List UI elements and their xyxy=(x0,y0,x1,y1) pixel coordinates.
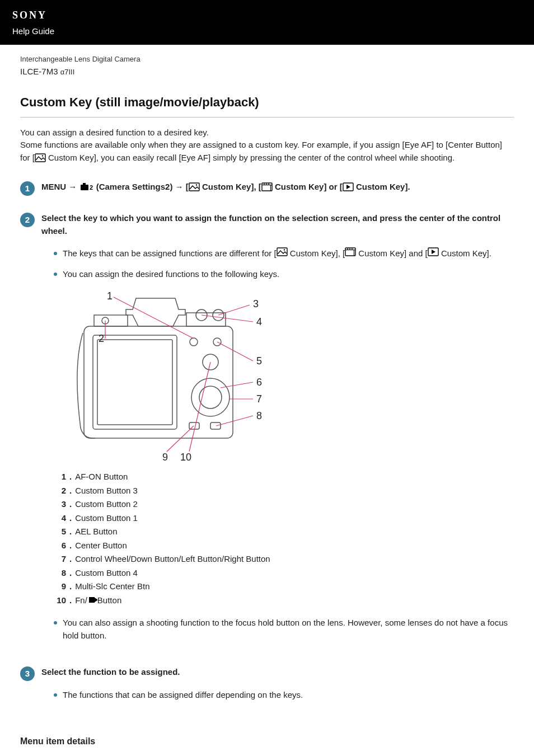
step-1-title: MENU → (Camera Settings2) → [ Custom Key… xyxy=(41,181,514,194)
step-1: 1 MENU → (Camera Settings2) → [ Custom K… xyxy=(20,174,514,205)
key-list: 1.AF-ON Button 2.Custom Button 3 3.Custo… xyxy=(41,471,514,607)
menu-item-details-heading: Menu item details xyxy=(20,735,514,748)
diagram-label-10: 10 xyxy=(180,452,191,462)
camera-diagram: 1 2 3 4 5 6 7 8 9 10 xyxy=(49,288,514,462)
camera-settings2-icon xyxy=(79,182,94,191)
still-image-icon xyxy=(189,182,200,191)
step-3: 3 Select the function to be assigned. Th… xyxy=(20,659,514,718)
key-item: 5.AEL Button xyxy=(51,525,514,538)
svg-rect-22 xyxy=(189,422,199,429)
svg-line-34 xyxy=(216,416,253,426)
key-item: 2.Custom Button 3 xyxy=(51,485,514,497)
step-2-bullet-1: The keys that can be assigned functions … xyxy=(54,247,514,260)
svg-point-18 xyxy=(199,386,222,408)
key-item: 4.Custom Button 1 xyxy=(51,512,514,525)
content-container: Interchangeable Lens Digital Camera ILCE… xyxy=(0,45,534,757)
movie-icon xyxy=(261,182,273,191)
step-2-bullet-3: You can also assign a shooting function … xyxy=(54,617,514,642)
intro-block: You can assign a desired function to a d… xyxy=(20,126,514,165)
step-number-badge: 2 xyxy=(20,213,35,227)
step-2-bullet-2: You can assign the desired functions to … xyxy=(54,268,514,281)
key-item: 10.Fn/ Button xyxy=(51,594,514,607)
steps: 1 MENU → (Camera Settings2) → [ Custom K… xyxy=(20,174,514,718)
diagram-label-2: 2 xyxy=(99,333,104,344)
playback-icon xyxy=(343,182,354,191)
movie-icon xyxy=(345,247,356,256)
step-number-badge: 1 xyxy=(20,181,35,196)
key-item: 6.Center Button xyxy=(51,539,514,552)
svg-rect-14 xyxy=(84,326,233,438)
model-name: α7III xyxy=(60,68,75,76)
key-item: 8.Custom Button 4 xyxy=(51,567,514,580)
send-to-icon xyxy=(87,595,97,603)
step-2-title: Select the key to which you want to assi… xyxy=(41,212,514,237)
key-item: 3.Custom Button 2 xyxy=(51,498,514,511)
svg-line-27 xyxy=(114,297,194,339)
svg-rect-15 xyxy=(93,335,177,429)
diagram-label-4: 4 xyxy=(256,316,262,327)
step-3-bullet-1: The functions that can be assigned diffe… xyxy=(54,689,514,702)
step-number-badge: 3 xyxy=(20,666,35,681)
intro-p2: Some functions are available only when t… xyxy=(20,139,514,164)
model-line: ILCE-7M3 α7III xyxy=(20,65,514,78)
playback-icon xyxy=(428,247,439,256)
guide-label: Help Guide xyxy=(12,25,522,38)
svg-rect-16 xyxy=(97,340,172,425)
diagram-label-7: 7 xyxy=(256,393,262,405)
key-item: 9.Multi-Slc Center Btn xyxy=(51,580,514,593)
svg-point-17 xyxy=(191,378,229,416)
product-line: Interchangeable Lens Digital Camera xyxy=(20,54,514,65)
step-3-title: Select the function to be assigned. xyxy=(41,666,514,679)
diagram-label-9: 9 xyxy=(162,452,168,462)
diagram-label-6: 6 xyxy=(256,377,262,388)
diagram-label-3: 3 xyxy=(253,298,259,309)
svg-rect-23 xyxy=(210,422,221,429)
model-code: ILCE-7M3 xyxy=(20,67,58,76)
step-2: 2 Select the key to which you want to as… xyxy=(20,205,514,659)
brand-logo: SONY xyxy=(12,8,522,23)
diagram-label-5: 5 xyxy=(256,355,262,367)
diagram-label-8: 8 xyxy=(256,410,262,421)
key-item: 1.AF-ON Button xyxy=(51,471,514,483)
diagram-label-1: 1 xyxy=(107,290,113,302)
svg-line-29 xyxy=(218,305,250,315)
intro-p1: You can assign a desired function to a d… xyxy=(20,126,514,139)
svg-line-30 xyxy=(202,315,253,322)
svg-line-31 xyxy=(217,342,253,361)
still-image-icon xyxy=(277,247,288,256)
still-image-icon xyxy=(35,153,46,162)
svg-point-20 xyxy=(190,338,198,346)
page-title: Custom Key (still image/movie/playback) xyxy=(20,93,514,118)
key-item: 7.Control Wheel/Down Button/Left Button/… xyxy=(51,553,514,566)
app-header: SONY Help Guide xyxy=(0,0,534,45)
svg-line-35 xyxy=(167,426,194,452)
